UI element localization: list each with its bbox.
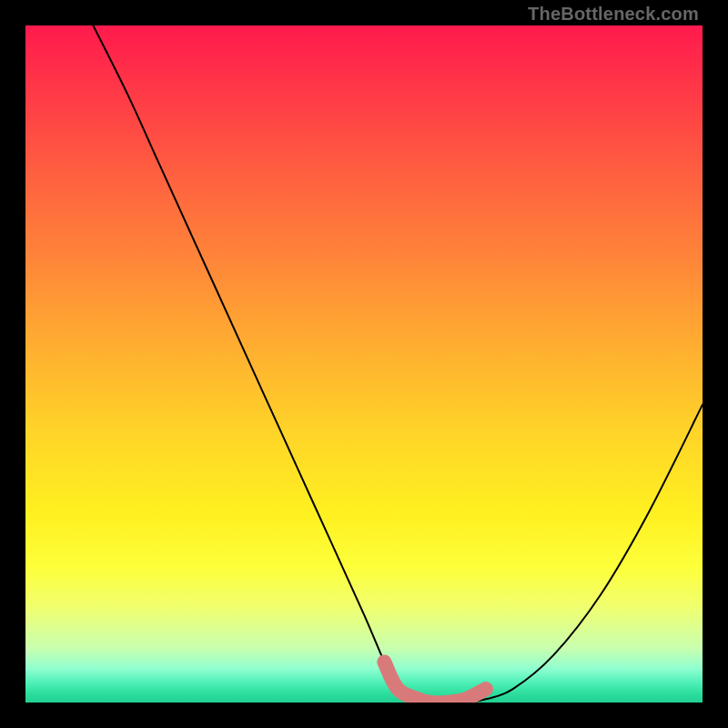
chart-frame: TheBottleneck.com	[0, 0, 728, 728]
bottleneck-curve	[93, 25, 703, 703]
watermark-label: TheBottleneck.com	[528, 4, 699, 25]
optimal-range-marker	[384, 662, 486, 703]
chart-svg	[25, 25, 703, 703]
plot-area	[25, 25, 703, 703]
